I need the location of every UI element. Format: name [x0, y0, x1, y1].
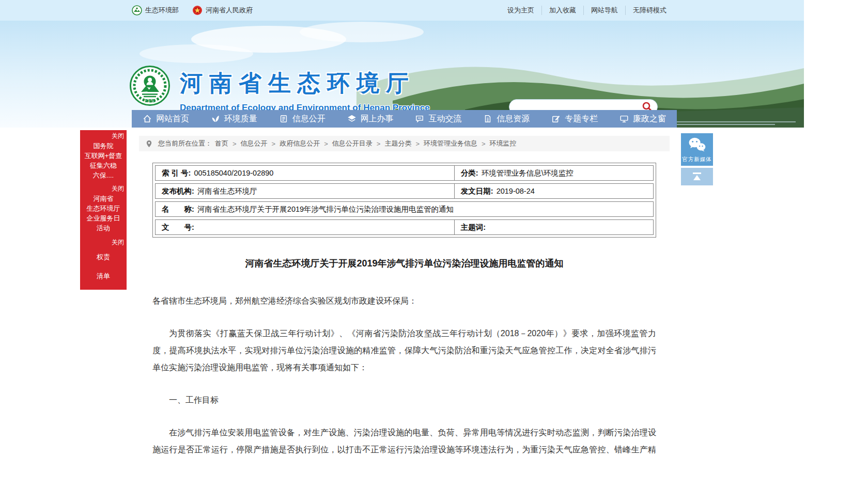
article-section1-heading: 一、工作目标	[152, 391, 656, 408]
wechat-caption: 官方新媒体	[681, 156, 713, 163]
wechat-official-media-widget[interactable]: 官方新媒体	[681, 133, 713, 166]
meta-cell-category: 分类: 环境管理业务信息\环境监控	[454, 166, 653, 180]
notice-line[interactable]: 征集六稳	[80, 161, 127, 170]
notice-line[interactable]: 活动	[80, 223, 127, 233]
main-navigation: 网站首页 环境质量 信息公开 网上办事	[132, 110, 677, 128]
notice-line[interactable]: 国务院	[80, 141, 127, 151]
nav-label: 专题专栏	[565, 114, 598, 124]
meta-value: 环境管理业务信息\环境监控	[482, 168, 574, 178]
crumb-topic-category[interactable]: 主题分类	[384, 139, 411, 148]
link-accessibility-mode[interactable]: 无障碍模式	[625, 6, 674, 15]
crumb-separator: >	[481, 140, 487, 148]
monitor-icon	[619, 114, 629, 123]
news-icon	[279, 114, 288, 123]
meta-value: 河南省生态环境厅关于开展2019年涉气排污单位污染治理设施用电监管的通知	[197, 204, 454, 214]
nav-item-special-topics[interactable]: 专题专栏	[540, 110, 609, 128]
nav-item-integrity-window[interactable]: 廉政之窗	[609, 110, 677, 128]
nav-label: 廉政之窗	[633, 114, 666, 124]
meta-label: 分类:	[461, 168, 478, 178]
notice-line[interactable]: 清单	[80, 266, 127, 286]
top-left-links: 生态环境部 河南省人民政府	[132, 5, 253, 15]
header-banner: DEE 河南省生态环境厅 Department of Ecology and E…	[0, 21, 804, 128]
close-button[interactable]: 关闭	[80, 183, 127, 194]
nav-label: 信息公开	[292, 114, 326, 124]
top-right-links: 设为主页 加入收藏 网站导航 无障碍模式	[500, 6, 674, 15]
meta-row-publisher: 发布机构: 河南省生态环境厅 发文日期: 2019-08-24	[155, 183, 654, 199]
link-henan-gov[interactable]: 河南省人民政府	[192, 5, 253, 15]
link-henan-gov-label: 河南省人民政府	[206, 6, 253, 15]
article-intro-paragraph: 为贯彻落实《打赢蓝天保卫战三年行动计划》、《河南省污染防治攻坚战三年行动计划（2…	[152, 325, 656, 376]
close-button[interactable]: 关闭	[80, 130, 127, 141]
notice-line[interactable]: 河南省	[80, 194, 127, 203]
meta-row-name: 名 称: 河南省生态环境厅关于开展2019年涉气排污单位污染治理设施用电监管的通…	[155, 201, 654, 217]
meta-value: 2019-08-24	[497, 187, 535, 195]
crumb-info-disclosure[interactable]: 信息公开	[241, 139, 268, 148]
crumb-env-mgmt-info[interactable]: 环境管理业务信息	[424, 139, 477, 148]
meta-value: 河南省生态环境厅	[197, 186, 257, 196]
notice-line[interactable]: 互联网+督查	[80, 151, 127, 161]
wechat-icon	[688, 137, 706, 152]
nav-label: 互动交流	[428, 114, 461, 124]
back-to-top-button[interactable]	[681, 168, 713, 185]
crumb-info-catalog[interactable]: 信息公开目录	[332, 139, 373, 148]
crumb-separator: >	[323, 140, 329, 148]
notice-line[interactable]: 企业服务日	[80, 213, 127, 223]
document-meta-table: 索 引 号: 005185040/2019-02890 分类: 环境管理业务信息…	[152, 163, 656, 238]
close-button[interactable]: 关闭	[80, 237, 127, 247]
nav-label: 信息资源	[497, 114, 530, 124]
notice-line[interactable]: 六保....	[80, 170, 127, 180]
crumb-env-monitoring[interactable]: 环境监控	[490, 139, 517, 148]
meta-cell-publisher: 发布机构: 河南省生态环境厅	[156, 184, 454, 198]
nav-item-interaction[interactable]: 互动交流	[405, 110, 473, 128]
notice-line[interactable]: 权责	[80, 247, 127, 266]
browser-page: 生态环境部 河南省人民政府 设为主页 加入收藏 网站导航 无障碍模式	[0, 0, 804, 456]
meta-cell-keywords: 主题词:	[454, 220, 653, 234]
meta-label: 索 引 号:	[162, 168, 191, 178]
nav-item-info-resources[interactable]: 信息资源	[472, 110, 540, 128]
meta-row-doc-no: 文 号: 主题词:	[155, 219, 654, 235]
article-salutation: 各省辖市生态环境局，郑州航空港经济综合实验区规划市政建设环保局：	[152, 292, 656, 309]
nav-label: 环境质量	[224, 114, 257, 124]
notice-line[interactable]: 生态环境厅	[80, 203, 127, 213]
article-title: 河南省生态环境厅关于开展2019年涉气排污单位污染治理设施用电监管的通知	[152, 257, 656, 270]
article: 河南省生态环境厅关于开展2019年涉气排污单位污染治理设施用电监管的通知 各省辖…	[152, 257, 656, 456]
breadcrumb: 您当前所在位置： 首页 > 信息公开 > 政府信息公开 > 信息公开目录 > 主…	[139, 136, 670, 151]
crumb-gov-info[interactable]: 政府信息公开	[280, 139, 320, 148]
arrow-up-icon	[691, 171, 703, 182]
crumb-separator: >	[376, 140, 382, 148]
nav-item-info-disclosure[interactable]: 信息公开	[268, 110, 336, 128]
nav-item-env-quality[interactable]: 环境质量	[200, 110, 268, 128]
crumb-home[interactable]: 首页	[215, 139, 228, 148]
crumb-separator: >	[414, 140, 421, 148]
link-site-navigation[interactable]: 网站导航	[583, 6, 625, 15]
logo-dee-text: DEE	[145, 98, 155, 103]
dee-logo[interactable]: DEE	[129, 65, 171, 106]
floating-notice-service-day[interactable]: 关闭 河南省 生态环境厅 企业服务日 活动	[80, 183, 127, 237]
nav-item-online-services[interactable]: 网上办事	[336, 110, 405, 128]
nav-item-home[interactable]: 网站首页	[132, 110, 200, 128]
site-title: 河南省生态环境厅	[180, 68, 430, 99]
edit-icon	[551, 114, 561, 123]
chat-icon	[415, 114, 424, 123]
article-section1-body: 在涉气排污单位安装用电监管设备，对生产设施、污染治理设施的电量、负荷、异常用电等…	[152, 424, 656, 456]
site-branding: 河南省生态环境厅 Department of Ecology and Envir…	[180, 68, 430, 113]
home-icon	[143, 114, 152, 123]
top-utility-bar: 生态环境部 河南省人民政府 设为主页 加入收藏 网站导航 无障碍模式	[0, 0, 804, 21]
link-add-favorite[interactable]: 加入收藏	[541, 6, 583, 15]
meta-row-index: 索 引 号: 005185040/2019-02890 分类: 环境管理业务信息…	[155, 165, 654, 181]
link-set-homepage[interactable]: 设为主页	[500, 6, 541, 15]
meta-cell-doc-no: 文 号:	[156, 220, 454, 234]
link-mee[interactable]: 生态环境部	[132, 5, 179, 15]
floating-notice-guowuyuan[interactable]: 关闭 国务院 互联网+督查 征集六稳 六保....	[80, 130, 127, 184]
meta-label: 发文日期:	[461, 186, 493, 196]
leaf-icon	[211, 114, 220, 123]
crumb-separator: >	[271, 140, 277, 148]
floating-notice-power-list[interactable]: 关闭 权责 清单	[80, 237, 127, 290]
crumb-separator: >	[231, 140, 238, 148]
document-icon	[483, 114, 492, 123]
meta-label: 文 号:	[162, 223, 194, 232]
content-area: 您当前所在位置： 首页 > 信息公开 > 政府信息公开 > 信息公开目录 > 主…	[132, 136, 677, 456]
meta-label: 发布机构:	[162, 186, 194, 196]
article-body: 各省辖市生态环境局，郑州航空港经济综合实验区规划市政建设环保局： 为贯彻落实《打…	[152, 292, 656, 456]
meta-cell-index-no: 索 引 号: 005185040/2019-02890	[156, 166, 454, 180]
